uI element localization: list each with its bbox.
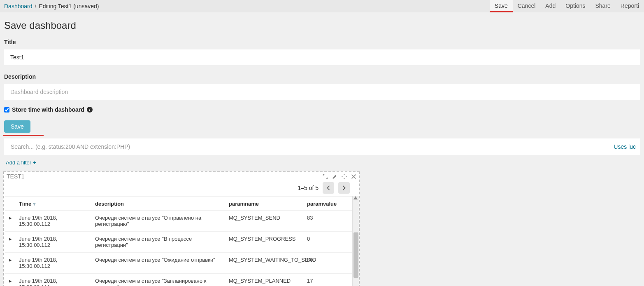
- expand-header: [5, 197, 16, 211]
- panel-title: Save dashboard: [4, 20, 640, 31]
- title-label: Title: [4, 36, 640, 48]
- viz-panel[interactable]: TEST1 1–5 of 5: [3, 171, 360, 286]
- cell-time: June 19th 2018, 15:30:00.112: [16, 232, 92, 253]
- cell-description: Очереди систем в статусе "Отправлено на …: [92, 211, 226, 232]
- viz-title: TEST1: [7, 173, 25, 180]
- viz-body: 1–5 of 5 Time: [4, 180, 359, 286]
- top-tabs: Save Cancel Add Options Share Reporti: [490, 0, 644, 12]
- filter-bar: Add a filter +: [0, 155, 644, 170]
- col-time[interactable]: Time▼: [16, 197, 92, 211]
- viz-toolbar: [323, 174, 356, 179]
- cell-paramname: MQ_SYSTEM_PROGRESS: [226, 232, 304, 253]
- breadcrumb: Dashboard / Editing Test1 (unsaved): [4, 0, 99, 12]
- edit-icon[interactable]: [332, 174, 337, 179]
- table-header-row: Time▼ description paramname paramvalue: [5, 197, 359, 211]
- cell-paramname: MQ_SYSTEM_WAITING_TO_SEND: [226, 253, 304, 274]
- description-label: Description: [4, 67, 640, 82]
- save-button[interactable]: Save: [4, 120, 30, 133]
- pager: 1–5 of 5: [5, 180, 359, 196]
- breadcrumb-separator: /: [35, 3, 37, 9]
- search-input[interactable]: [10, 138, 614, 155]
- cell-paramvalue: 17: [304, 274, 359, 286]
- col-description[interactable]: description: [92, 197, 226, 211]
- expand-toggle[interactable]: ▸: [5, 253, 16, 274]
- pager-prev-button[interactable]: [323, 182, 334, 194]
- store-time-row: Store time with dashboard i: [4, 101, 640, 115]
- pager-next-button[interactable]: [338, 182, 350, 194]
- table-body: ▸June 19th 2018, 15:30:00.112Очереди сис…: [5, 211, 359, 286]
- table-row[interactable]: ▸June 19th 2018, 15:30:00.112Очереди сис…: [5, 253, 359, 274]
- table-row[interactable]: ▸June 19th 2018, 15:30:00.111Очереди сис…: [5, 274, 359, 286]
- move-icon[interactable]: [342, 174, 347, 179]
- tab-share[interactable]: Share: [591, 0, 616, 12]
- query-syntax-hint-link[interactable]: Uses luc: [614, 143, 636, 150]
- tab-options[interactable]: Options: [560, 0, 590, 12]
- tab-reporting[interactable]: Reporti: [616, 0, 644, 12]
- tab-add[interactable]: Add: [540, 0, 560, 12]
- info-icon[interactable]: i: [87, 107, 93, 113]
- table-row[interactable]: ▸June 19th 2018, 15:30:00.112Очереди сис…: [5, 232, 359, 253]
- save-dashboard-panel: Save dashboard Title Description Store t…: [0, 12, 644, 135]
- breadcrumb-current: Editing Test1 (unsaved): [39, 3, 99, 9]
- store-time-checkbox[interactable]: [4, 107, 9, 113]
- chevron-right-icon: [342, 185, 346, 190]
- cell-time: June 19th 2018, 15:30:00.112: [16, 211, 92, 232]
- col-paramvalue[interactable]: paramvalue: [304, 197, 359, 211]
- tab-cancel[interactable]: Cancel: [513, 0, 541, 12]
- plus-icon: +: [33, 159, 36, 166]
- cell-paramname: MQ_SYSTEM_PLANNED: [226, 274, 304, 286]
- table-row[interactable]: ▸June 19th 2018, 15:30:00.112Очереди сис…: [5, 211, 359, 232]
- save-button-wrapper: Save: [4, 115, 640, 135]
- expand-icon[interactable]: [323, 174, 328, 179]
- topbar: Dashboard / Editing Test1 (unsaved) Save…: [0, 0, 644, 12]
- scrollbar-thumb[interactable]: [353, 232, 358, 278]
- chevron-left-icon: [326, 185, 330, 190]
- col-paramname[interactable]: paramname: [226, 197, 304, 211]
- data-table: Time▼ description paramname paramvalue ▸…: [5, 196, 359, 286]
- description-input[interactable]: [4, 84, 640, 100]
- add-filter-link[interactable]: Add a filter +: [6, 159, 36, 166]
- pager-text: 1–5 of 5: [298, 185, 319, 191]
- expand-toggle[interactable]: ▸: [5, 211, 16, 232]
- cell-time: June 19th 2018, 15:30:00.111: [16, 274, 92, 286]
- store-time-label: Store time with dashboard i: [12, 106, 93, 113]
- title-input[interactable]: [4, 49, 640, 65]
- save-annotation-underline: [3, 135, 44, 136]
- cell-paramvalue: 83: [304, 211, 359, 232]
- search-bar: Uses luc: [4, 138, 640, 155]
- tab-save[interactable]: Save: [490, 0, 513, 12]
- cell-description: Очереди систем в статусе "В процессе рег…: [92, 232, 226, 253]
- expand-toggle[interactable]: ▸: [5, 232, 16, 253]
- sort-desc-icon: ▼: [32, 202, 37, 206]
- expand-toggle[interactable]: ▸: [5, 274, 16, 286]
- table-scroll[interactable]: Time▼ description paramname paramvalue ▸…: [5, 196, 359, 286]
- store-time-text: Store time with dashboard: [12, 106, 84, 113]
- breadcrumb-root-link[interactable]: Dashboard: [4, 3, 33, 9]
- viz-header: TEST1: [4, 172, 359, 180]
- cell-description: Очереди систем в статусе "Запланировано …: [92, 274, 226, 286]
- cell-description: Очереди систем в статусе "Ожидание отпра…: [92, 253, 226, 274]
- cell-paramvalue: 0: [304, 232, 359, 253]
- scrollbar-vertical[interactable]: [352, 196, 359, 286]
- add-filter-text: Add a filter: [6, 159, 31, 166]
- cell-paramname: MQ_SYSTEM_SEND: [226, 211, 304, 232]
- close-icon[interactable]: [351, 174, 356, 179]
- cell-time: June 19th 2018, 15:30:00.112: [16, 253, 92, 274]
- cell-paramvalue: 80: [304, 253, 359, 274]
- viz-grid: TEST1 1–5 of 5: [3, 171, 641, 286]
